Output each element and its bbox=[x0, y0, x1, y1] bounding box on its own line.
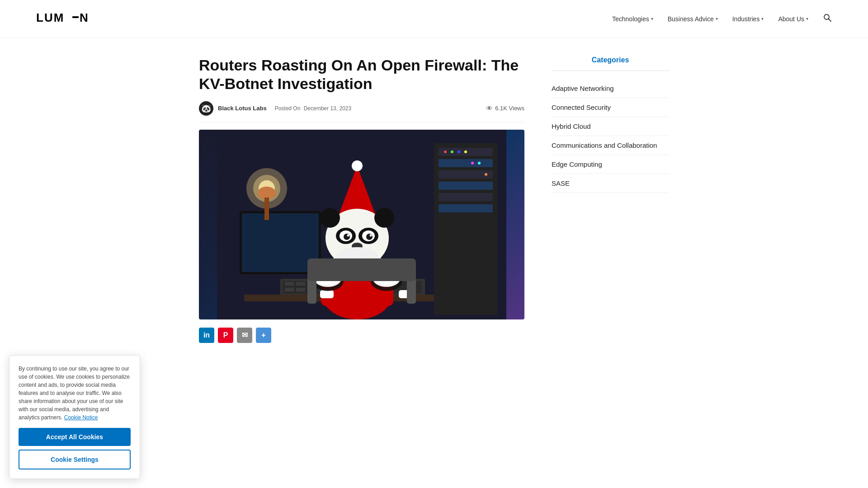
svg-text:LUM: LUM bbox=[36, 11, 64, 24]
svg-rect-1 bbox=[72, 16, 79, 18]
svg-rect-8 bbox=[439, 159, 493, 167]
svg-rect-31 bbox=[296, 288, 305, 291]
nav-industries[interactable]: Industries ▾ bbox=[732, 15, 764, 23]
svg-point-15 bbox=[458, 150, 460, 153]
svg-point-60 bbox=[370, 234, 372, 236]
svg-point-49 bbox=[352, 160, 363, 171]
svg-point-14 bbox=[451, 150, 453, 153]
svg-text:N: N bbox=[80, 11, 89, 24]
svg-rect-30 bbox=[285, 288, 294, 291]
categories-heading: Categories bbox=[552, 56, 669, 71]
nav-about-us[interactable]: About Us ▾ bbox=[778, 15, 808, 23]
share-icon: + bbox=[261, 331, 265, 339]
svg-point-57 bbox=[344, 234, 350, 240]
nav-technologies[interactable]: Technologies ▾ bbox=[612, 15, 653, 23]
svg-rect-10 bbox=[439, 182, 493, 190]
category-adaptive-networking[interactable]: Adaptive Networking bbox=[552, 79, 669, 98]
svg-rect-22 bbox=[285, 282, 294, 286]
article-meta: 🐼 Black Lotus Labs Posted On December 13… bbox=[199, 101, 524, 122]
logo[interactable]: LUM N bbox=[36, 8, 95, 29]
main-content: Routers Roasting On An Open Firewall: Th… bbox=[163, 56, 705, 343]
author-avatar: 🐼 bbox=[199, 101, 213, 116]
chevron-down-icon: ▾ bbox=[651, 16, 653, 21]
chevron-down-icon: ▾ bbox=[806, 16, 808, 21]
svg-point-58 bbox=[366, 234, 373, 240]
article-title: Routers Roasting On An Open Firewall: Th… bbox=[199, 56, 524, 93]
svg-point-52 bbox=[374, 208, 394, 228]
views-label: 6.1K Views bbox=[495, 105, 524, 112]
svg-rect-12 bbox=[439, 204, 493, 212]
nav-about-us-label: About Us bbox=[778, 15, 804, 23]
meta-author-group: 🐼 Black Lotus Labs Posted On December 13… bbox=[199, 101, 351, 116]
svg-rect-23 bbox=[296, 282, 305, 286]
svg-rect-46 bbox=[264, 197, 269, 220]
category-edge-computing[interactable]: Edge Computing bbox=[552, 155, 669, 174]
category-sase[interactable]: SASE bbox=[552, 174, 669, 193]
svg-point-59 bbox=[347, 234, 349, 236]
linkedin-button[interactable]: in bbox=[199, 328, 214, 343]
share-button[interactable]: + bbox=[256, 328, 271, 343]
sidebar: Categories Adaptive Networking Connected… bbox=[552, 56, 669, 343]
social-share-bar: in P ✉ + bbox=[199, 328, 524, 343]
hero-image bbox=[199, 130, 524, 319]
views-count: 👁 6.1K Views bbox=[486, 104, 524, 112]
category-hybrid-cloud[interactable]: Hybrid Cloud bbox=[552, 117, 669, 136]
category-connected-security[interactable]: Connected Security bbox=[552, 98, 669, 117]
article-section: Routers Roasting On An Open Firewall: Th… bbox=[199, 56, 524, 343]
svg-rect-6 bbox=[434, 143, 497, 315]
chevron-down-icon: ▾ bbox=[761, 16, 764, 21]
svg-point-19 bbox=[485, 173, 487, 176]
svg-point-16 bbox=[464, 150, 467, 153]
svg-point-13 bbox=[444, 150, 447, 153]
cookie-banner: By continuing to use our site, you agree… bbox=[9, 355, 140, 361]
nav-industries-label: Industries bbox=[732, 15, 760, 23]
posted-on-label: Posted On December 13, 2023 bbox=[275, 105, 351, 112]
svg-point-45 bbox=[258, 187, 276, 199]
nav-business-advice-label: Business Advice bbox=[668, 15, 714, 23]
eye-icon: 👁 bbox=[486, 104, 493, 112]
logo-text: LUM N bbox=[36, 8, 95, 29]
svg-point-17 bbox=[471, 162, 474, 164]
svg-rect-77 bbox=[307, 258, 416, 281]
main-nav: Technologies ▾ Business Advice ▾ Industr… bbox=[612, 13, 832, 24]
nav-business-advice[interactable]: Business Advice ▾ bbox=[668, 15, 718, 23]
email-icon: ✉ bbox=[242, 331, 248, 339]
category-communications[interactable]: Communications and Collaboration bbox=[552, 136, 669, 155]
pinterest-icon: P bbox=[223, 331, 228, 339]
nav-technologies-label: Technologies bbox=[612, 15, 649, 23]
chevron-down-icon: ▾ bbox=[716, 16, 718, 21]
search-button[interactable] bbox=[823, 13, 832, 24]
svg-rect-41 bbox=[242, 213, 319, 272]
svg-line-4 bbox=[829, 19, 831, 22]
svg-rect-11 bbox=[439, 193, 493, 201]
svg-point-18 bbox=[478, 162, 481, 164]
site-header: LUM N Technologies ▾ Business Advice ▾ I… bbox=[0, 0, 868, 38]
pinterest-button[interactable]: P bbox=[218, 328, 233, 343]
linkedin-icon: in bbox=[203, 331, 210, 339]
svg-rect-67 bbox=[320, 290, 334, 298]
categories-list: Adaptive Networking Connected Security H… bbox=[552, 79, 669, 193]
author-name[interactable]: Black Lotus Labs bbox=[218, 105, 267, 112]
email-button[interactable]: ✉ bbox=[237, 328, 252, 343]
svg-point-51 bbox=[320, 208, 340, 228]
